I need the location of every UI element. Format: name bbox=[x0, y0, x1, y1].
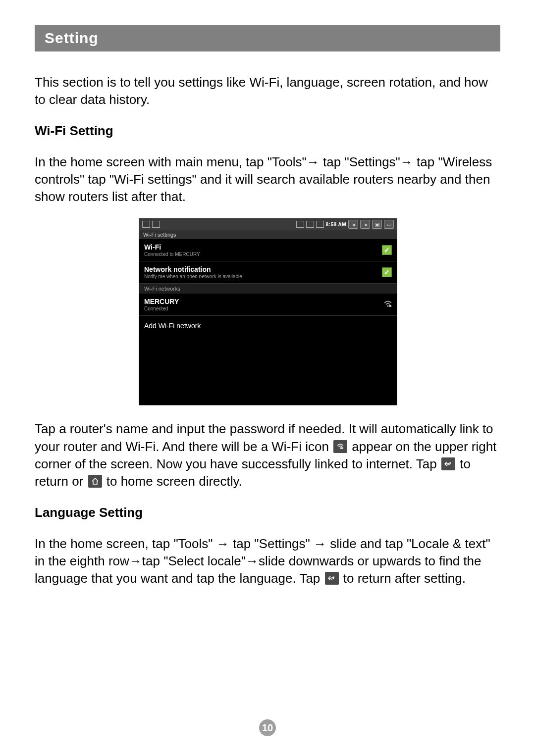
svg-rect-3 bbox=[341, 447, 343, 449]
screen-header: Wi-Fi settings bbox=[139, 230, 397, 239]
section-title: Setting bbox=[35, 25, 500, 51]
wifi-signal-icon bbox=[384, 301, 392, 309]
language-heading: Language Setting bbox=[35, 505, 500, 520]
document-page: Setting This section is to tell you sett… bbox=[0, 0, 535, 756]
intro-paragraph: This section is to tell you settings lik… bbox=[35, 74, 500, 108]
wifi-heading: Wi-Fi Setting bbox=[35, 123, 500, 139]
status-icon bbox=[316, 221, 324, 228]
svg-point-2 bbox=[340, 447, 341, 449]
wifi-paragraph-2: Tap a router's name and input the passwo… bbox=[35, 420, 500, 490]
checkbox-icon[interactable]: ✓ bbox=[382, 245, 392, 255]
svg-rect-1 bbox=[389, 305, 391, 307]
nav-button[interactable]: ▭ bbox=[384, 220, 394, 229]
device-screenshot: 8:58 AM ◂ ◂ ▣ ▭ Wi-Fi settings Wi-Fi Con… bbox=[139, 218, 396, 405]
page-number: 10 bbox=[259, 719, 276, 736]
nav-button[interactable]: ◂ bbox=[360, 220, 370, 229]
back-icon bbox=[325, 572, 339, 585]
text-fragment: to return after setting. bbox=[343, 571, 466, 586]
svg-point-0 bbox=[387, 305, 389, 306]
nav-button[interactable]: ▣ bbox=[372, 220, 382, 229]
row-title: Network notification bbox=[144, 265, 242, 273]
language-paragraph: In the home screen, tap "Tools" → tap "S… bbox=[35, 535, 500, 587]
row-subtitle: Connected to MERCURY bbox=[144, 252, 200, 257]
back-icon bbox=[441, 457, 455, 470]
wifi-paragraph-1: In the home screen with main menu, tap "… bbox=[35, 153, 500, 205]
row-title: Wi-Fi bbox=[144, 243, 200, 251]
wifi-icon bbox=[333, 440, 347, 453]
status-icon bbox=[152, 221, 160, 228]
nav-button[interactable]: ◂ bbox=[348, 220, 358, 229]
text-fragment: to home screen directly. bbox=[107, 474, 242, 489]
statusbar: 8:58 AM ◂ ◂ ▣ ▭ bbox=[139, 218, 397, 230]
network-row[interactable]: MERCURY Connected bbox=[139, 294, 397, 316]
screenshot-blank-area bbox=[139, 336, 397, 405]
network-title: MERCURY bbox=[144, 298, 179, 305]
status-icon bbox=[296, 221, 304, 228]
status-icon bbox=[306, 221, 314, 228]
add-network-row[interactable]: Add Wi-Fi network bbox=[139, 316, 397, 336]
checkbox-icon[interactable]: ✓ bbox=[382, 267, 392, 277]
home-icon bbox=[88, 475, 102, 488]
settings-row-notification[interactable]: Network notification Notify me when an o… bbox=[139, 261, 397, 284]
settings-row-wifi[interactable]: Wi-Fi Connected to MERCURY ✓ bbox=[139, 239, 397, 261]
status-icon bbox=[142, 221, 150, 228]
networks-label: Wi-Fi networks bbox=[139, 284, 397, 294]
row-subtitle: Notify me when an open network is availa… bbox=[144, 274, 242, 279]
network-subtitle: Connected bbox=[144, 306, 179, 311]
statusbar-time: 8:58 AM bbox=[326, 222, 346, 227]
